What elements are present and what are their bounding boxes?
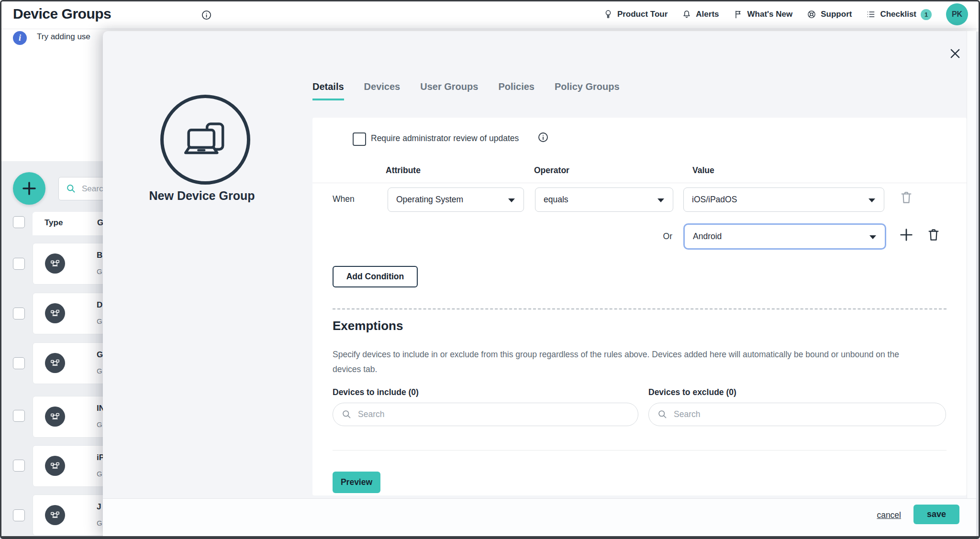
device-group-icon bbox=[45, 505, 65, 525]
device-group-icon bbox=[45, 407, 65, 427]
search-icon bbox=[657, 409, 668, 419]
tab-policy-groups[interactable]: Policy Groups bbox=[555, 81, 620, 100]
device-group-icon bbox=[45, 253, 65, 274]
nav-alerts[interactable]: Alerts bbox=[682, 10, 719, 19]
row-checkbox[interactable] bbox=[13, 460, 25, 472]
header-divider bbox=[312, 183, 967, 183]
or-label: Or bbox=[636, 231, 672, 242]
chevron-down-icon bbox=[657, 198, 664, 202]
page-title-info-icon[interactable] bbox=[201, 10, 212, 21]
checklist-icon bbox=[866, 10, 876, 19]
cancel-link[interactable]: cancel bbox=[877, 510, 901, 520]
tab-policies[interactable]: Policies bbox=[498, 81, 535, 100]
device-group-icon bbox=[45, 303, 65, 323]
balloon-icon bbox=[603, 10, 613, 19]
scrollbar-track[interactable] bbox=[967, 31, 976, 498]
column-header-type: Type bbox=[45, 218, 63, 228]
nav-label: Checklist bbox=[880, 10, 916, 19]
row-title: B bbox=[97, 251, 102, 260]
close-button[interactable] bbox=[947, 45, 963, 62]
nav-checklist[interactable]: Checklist 1 bbox=[866, 9, 932, 20]
device-group-icon bbox=[45, 456, 65, 476]
add-condition-button[interactable]: Add Condition bbox=[333, 266, 418, 287]
value-select[interactable]: iOS/iPadOS bbox=[683, 187, 884, 212]
flag-icon bbox=[734, 10, 743, 19]
save-button[interactable]: save bbox=[913, 505, 959, 524]
nav-label: Support bbox=[821, 10, 852, 19]
row-subtitle: G bbox=[97, 470, 102, 478]
add-device-group-button[interactable] bbox=[13, 172, 45, 205]
add-or-value-button[interactable] bbox=[898, 227, 914, 243]
row-subtitle: G bbox=[97, 267, 102, 275]
nav-product-tour[interactable]: Product Tour bbox=[603, 10, 668, 19]
row-subtitle: G bbox=[97, 519, 102, 527]
screen: i Try adding use Type G B G D G bbox=[0, 0, 980, 539]
devices-exclude-label: Devices to exclude (0) bbox=[648, 387, 736, 397]
when-label: When bbox=[333, 194, 355, 204]
row-subtitle: G bbox=[97, 317, 102, 325]
modal-footer: cancel save bbox=[103, 498, 976, 536]
require-review-label: Require administrator review of updates bbox=[371, 133, 519, 143]
search-icon bbox=[342, 409, 352, 419]
row-subtitle: G bbox=[97, 420, 102, 429]
row-checkbox[interactable] bbox=[13, 509, 25, 521]
column-header-operator: Operator bbox=[534, 165, 569, 176]
trash-icon bbox=[899, 190, 913, 205]
device-group-icon bbox=[45, 353, 65, 373]
nav-label: What's New bbox=[747, 10, 793, 19]
row-title: G bbox=[97, 350, 103, 360]
header-nav: Product Tour Alerts What's New Support C… bbox=[603, 0, 968, 29]
nav-label: Product Tour bbox=[617, 10, 668, 19]
tab-bar: Details Devices User Groups Policies Pol… bbox=[312, 81, 620, 100]
modal-title: New Device Group bbox=[118, 189, 286, 203]
devices-exclude-search[interactable] bbox=[648, 403, 946, 426]
nav-support[interactable]: Support bbox=[807, 10, 852, 19]
delete-condition-button[interactable] bbox=[899, 190, 913, 205]
chevron-down-icon bbox=[869, 235, 876, 239]
trash-icon bbox=[926, 228, 941, 242]
chevron-down-icon bbox=[508, 198, 515, 202]
preview-divider bbox=[333, 450, 947, 451]
tab-details[interactable]: Details bbox=[312, 81, 344, 100]
tip-text: Try adding use bbox=[37, 32, 90, 42]
bell-icon bbox=[682, 10, 691, 19]
row-checkbox[interactable] bbox=[13, 308, 25, 319]
row-checkbox[interactable] bbox=[13, 357, 25, 369]
close-icon bbox=[948, 47, 962, 60]
devices-include-search[interactable] bbox=[333, 403, 638, 426]
row-subtitle: G bbox=[97, 367, 102, 375]
tab-user-groups[interactable]: User Groups bbox=[420, 81, 478, 100]
devices-exclude-input[interactable] bbox=[673, 403, 897, 425]
nav-whats-new[interactable]: What's New bbox=[734, 10, 793, 19]
devices-include-input[interactable] bbox=[357, 403, 588, 425]
require-review-checkbox[interactable] bbox=[353, 132, 366, 146]
exemptions-heading: Exemptions bbox=[333, 319, 403, 333]
review-info-icon[interactable] bbox=[537, 132, 549, 143]
column-header-attribute: Attribute bbox=[386, 165, 421, 176]
details-panel: Require administrator review of updates … bbox=[312, 118, 967, 495]
or-value-select[interactable]: Android bbox=[683, 223, 886, 250]
lifebuoy-icon bbox=[807, 10, 816, 19]
plus-icon bbox=[898, 227, 914, 243]
delete-or-value-button[interactable] bbox=[926, 228, 941, 242]
dashed-divider bbox=[333, 308, 947, 309]
plus-icon bbox=[21, 180, 38, 197]
row-title: J bbox=[97, 502, 101, 512]
exemptions-description: Specify devices to include in or exclude… bbox=[333, 347, 914, 377]
avatar[interactable]: PK bbox=[946, 3, 968, 25]
select-all-checkbox[interactable] bbox=[13, 216, 25, 228]
tab-devices[interactable]: Devices bbox=[364, 81, 401, 100]
tip-info-icon: i bbox=[13, 31, 27, 45]
row-title: D bbox=[97, 300, 102, 310]
chevron-down-icon bbox=[869, 198, 875, 202]
attribute-select[interactable]: Operating System bbox=[388, 187, 524, 212]
operator-select[interactable]: equals bbox=[535, 187, 673, 212]
column-header-value: Value bbox=[692, 165, 714, 176]
row-checkbox[interactable] bbox=[13, 258, 25, 270]
devices-include-label: Devices to include (0) bbox=[333, 387, 419, 397]
nav-label: Alerts bbox=[696, 10, 719, 19]
page-title: Device Groups bbox=[13, 6, 111, 22]
preview-button[interactable]: Preview bbox=[333, 472, 380, 493]
checklist-badge: 1 bbox=[921, 9, 932, 20]
row-checkbox[interactable] bbox=[13, 410, 25, 422]
